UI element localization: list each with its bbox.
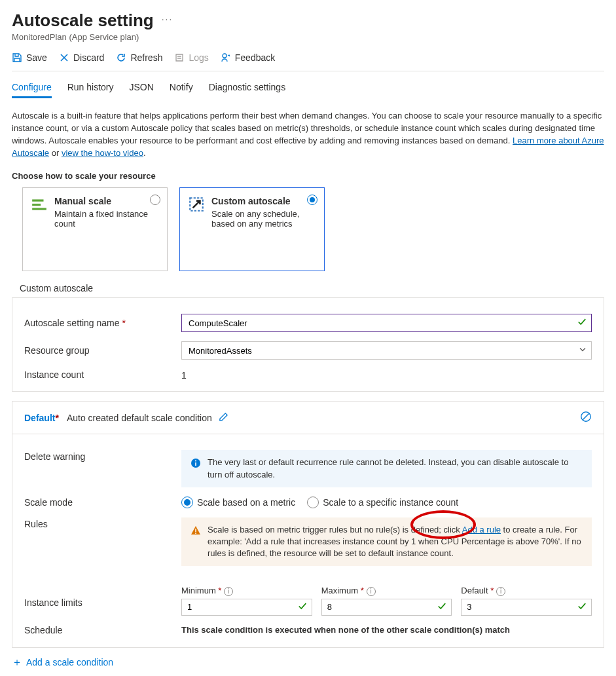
choose-label: Choose how to scale your resource (12, 171, 604, 181)
howto-video-link[interactable]: view the how-to video (62, 148, 143, 158)
custom-autoscale-title: Custom autoscale (211, 196, 316, 206)
tab-diagnostic[interactable]: Diagnostic settings (209, 78, 286, 98)
svg-rect-7 (195, 462, 196, 466)
page-title: Autoscale setting (12, 10, 154, 31)
add-scale-condition-link[interactable]: ＋ Add a scale condition (12, 657, 604, 667)
intro-text: Autoscale is a built-in feature that hel… (12, 110, 604, 159)
logs-icon (174, 52, 185, 63)
chevron-down-icon (579, 346, 587, 356)
logs-button: Logs (174, 52, 208, 63)
condition-title: Default* (24, 413, 59, 423)
tab-bar: Configure Run history JSON Notify Diagno… (12, 78, 604, 98)
default-input[interactable] (461, 599, 592, 616)
info-icon[interactable]: i (496, 587, 505, 596)
refresh-icon (116, 52, 126, 63)
manual-scale-card[interactable]: Manual scale Maintain a fixed instance c… (22, 187, 168, 271)
check-icon (298, 601, 307, 612)
scale-mode-count-radio[interactable]: Scale to a specific instance count (307, 497, 458, 508)
min-label: Minimum *i (181, 586, 312, 596)
more-icon[interactable]: ··· (162, 14, 173, 24)
tab-notify[interactable]: Notify (170, 78, 193, 98)
tab-configure[interactable]: Configure (12, 78, 52, 98)
page-subtitle: MonitoredPlan (App Service plan) (12, 32, 604, 42)
separator (12, 71, 604, 71)
instance-limits-label: Instance limits (24, 586, 181, 608)
add-a-rule-link[interactable]: Add a rule (462, 525, 501, 535)
custom-autoscale-desc: Scale on any schedule, based on any metr… (211, 209, 316, 229)
info-icon[interactable]: i (367, 587, 376, 596)
schedule-text: This scale condition is executed when no… (181, 625, 592, 635)
save-button[interactable]: Save (12, 52, 47, 63)
max-label: Maximum *i (321, 586, 452, 596)
rules-warning-message: Scale is based on metric trigger rules b… (181, 517, 592, 567)
max-input[interactable] (321, 599, 452, 616)
feedback-button[interactable]: Feedback (221, 52, 275, 63)
plus-icon: ＋ (12, 657, 22, 667)
check-icon (577, 601, 587, 612)
delete-warning-label: Delete warning (24, 450, 181, 462)
scale-mode-label: Scale mode (24, 497, 181, 508)
delete-warning-message: The very last or default recurrence rule… (181, 450, 592, 487)
default-label: Default *i (461, 586, 592, 596)
close-icon (59, 52, 69, 63)
svg-point-8 (195, 460, 196, 462)
check-icon (437, 601, 446, 612)
info-icon[interactable]: i (224, 587, 233, 596)
svg-rect-1 (32, 200, 43, 202)
min-input[interactable] (181, 599, 312, 616)
manual-scale-desc: Maintain a fixed instance count (54, 209, 159, 229)
manual-scale-title: Manual scale (54, 196, 159, 206)
manual-scale-icon (31, 196, 48, 213)
condition-panel: Default* Auto created default scale cond… (12, 401, 604, 648)
custom-autoscale-heading: Custom autoscale (20, 283, 604, 293)
warning-icon (190, 525, 201, 536)
check-icon (577, 318, 587, 329)
save-icon (12, 52, 22, 63)
svg-rect-9 (195, 529, 196, 532)
feedback-icon (221, 52, 231, 63)
tab-json[interactable]: JSON (130, 78, 154, 98)
pencil-icon[interactable] (219, 412, 228, 424)
tab-run-history[interactable]: Run history (67, 78, 114, 98)
svg-rect-2 (32, 204, 41, 206)
custom-autoscale-icon (188, 196, 205, 213)
autoscale-name-label: Autoscale setting name * (24, 318, 181, 328)
discard-button[interactable]: Discard (59, 52, 104, 63)
instance-count-label: Instance count (24, 369, 181, 380)
autoscale-name-input[interactable] (181, 314, 592, 332)
settings-panel: Autoscale setting name * Resource group (12, 297, 604, 392)
svg-rect-3 (32, 208, 46, 210)
custom-autoscale-card[interactable]: Custom autoscale Scale on any schedule, … (179, 187, 325, 271)
info-icon (190, 458, 201, 468)
resource-group-label: Resource group (24, 345, 181, 356)
refresh-button[interactable]: Refresh (116, 52, 162, 63)
instance-count-value: 1 (181, 369, 592, 381)
resource-group-select[interactable] (181, 341, 592, 360)
scale-mode-metric-radio[interactable]: Scale based on a metric (181, 497, 295, 508)
schedule-label: Schedule (24, 625, 181, 635)
condition-subtitle: Auto created default scale condition (67, 413, 212, 423)
delete-icon[interactable] (580, 411, 592, 424)
svg-point-10 (195, 533, 196, 534)
svg-point-0 (223, 54, 226, 58)
rules-label: Rules (24, 517, 181, 529)
